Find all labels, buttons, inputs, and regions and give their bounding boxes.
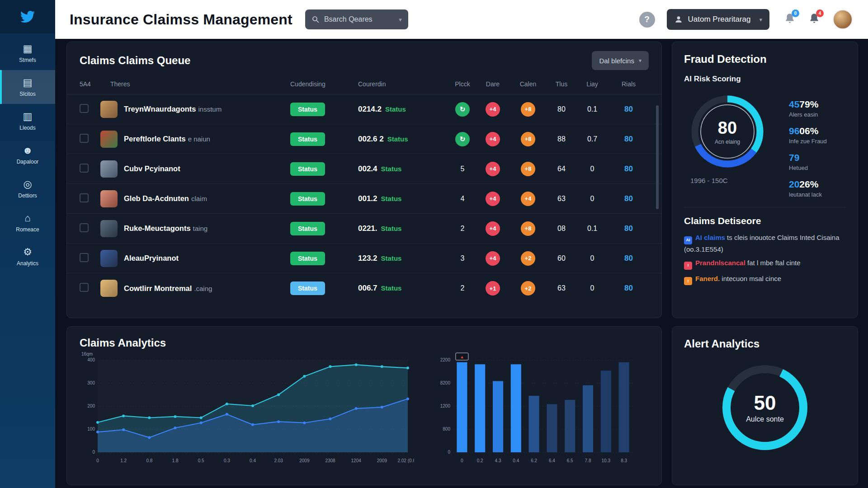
insight-text: fat l mbe ftal cinte (747, 259, 801, 267)
svg-text:4.3: 4.3 (495, 458, 501, 463)
user-menu-label: Uatom Prearitarag (688, 15, 751, 24)
svg-text:1204: 1204 (351, 458, 362, 463)
table-row[interactable]: Gleb Da-Acdnutenclaim Status 001.2Status… (67, 184, 661, 214)
table-row[interactable]: Ruke-Meuctagontstaing Status 0221.Status… (67, 214, 661, 244)
liay-value: 0 (576, 165, 609, 173)
alert-analytics-title: Alert Analytics (684, 338, 846, 350)
status-badge: Status (290, 222, 325, 235)
sidebar-item-analytics[interactable]: ⚙ Analytics (0, 239, 55, 273)
row-checkbox[interactable] (80, 164, 89, 173)
stat-accent: 20 (789, 179, 799, 189)
calen-badge: +4 (521, 192, 535, 206)
svg-text:0: 0 (92, 450, 95, 455)
user-menu[interactable]: Uatom Prearitarag ▾ (667, 9, 769, 30)
svg-text:1.2: 1.2 (120, 458, 127, 463)
insight-item[interactable]: AIAI claims ts cleis inouotce Claims Int… (684, 233, 846, 254)
claimant-avatar (100, 250, 118, 267)
tlus-value: 88 (547, 135, 576, 143)
help-button[interactable]: ? (639, 12, 655, 28)
dare-badge: +4 (486, 162, 500, 176)
table-header: 5A4 Theres Cudendising Courerdin Plcck D… (67, 74, 661, 94)
twitter-logo[interactable] (0, 0, 55, 33)
twitter-bird-icon (19, 9, 36, 24)
liay-value: 0.1 (576, 225, 609, 233)
sidebar-item-romeace[interactable]: ⌂ Romeace (0, 206, 55, 239)
content: Claims Claims Queue Dal blefcins ▾ 5A4 T… (55, 39, 868, 488)
calen-badge: +8 (521, 132, 535, 146)
svg-text:1.8: 1.8 (172, 458, 179, 463)
insight-icon: ! (684, 277, 692, 285)
table-row[interactable]: Cubv Pcyinanot Status 002.4Status 5 +4 +… (67, 154, 661, 184)
sidebar-item-dapaloor[interactable]: ☻ Dapaloor (0, 138, 55, 172)
rials-value: 80 (609, 284, 649, 293)
table-scrollbar[interactable] (656, 105, 659, 209)
status-badge: Status (290, 252, 325, 265)
dare-badge: +4 (486, 132, 500, 146)
stat-rest: 06% (799, 126, 818, 136)
claimant-avatar (100, 160, 118, 178)
insight-icon: AI (684, 236, 692, 244)
insight-item[interactable]: !Prandnlscancal fat l mbe ftal cinte (684, 258, 846, 270)
svg-text:300: 300 (87, 380, 95, 385)
rials-value: 80 (609, 254, 649, 263)
sidebar: ▦ Stmefs ▤ Slcitos ▥ Lleods ☻ Dapaloor ◎… (0, 0, 55, 488)
plcck-cell: 4 (448, 195, 476, 203)
alerts-button[interactable]: 4 (808, 13, 820, 26)
calen-badge: +2 (521, 251, 535, 266)
svg-text:2009: 2009 (299, 458, 310, 463)
row-checkbox[interactable] (80, 283, 89, 292)
plcck-cell: ↻ (448, 102, 476, 117)
stat-accent: 79 (789, 152, 799, 163)
claimant-name: TreynWnaurdagonts (124, 105, 196, 113)
claimant-name-suffix: e naiun (188, 135, 210, 143)
svg-text:6.4: 6.4 (549, 458, 555, 463)
gear-icon: ⚙ (23, 247, 32, 257)
stat-accent: 96 (789, 126, 799, 136)
queue-filter-dropdown[interactable]: Dal blefcins ▾ (592, 51, 649, 70)
user-avatar[interactable] (833, 9, 853, 29)
claims-queue-panel: Claims Claims Queue Dal blefcins ▾ 5A4 T… (66, 42, 662, 318)
fraud-detection-title: Fraud Detection (684, 53, 846, 66)
search-input[interactable]: Bsarch Qeares ▾ (305, 9, 408, 29)
row-checkbox[interactable] (80, 253, 89, 262)
claimant-name-suffix: claim (191, 195, 207, 202)
table-row[interactable]: Pereftlorle Clantse naiun Status 002.6 2… (67, 124, 661, 154)
svg-text:0: 0 (461, 458, 463, 463)
stat-label: Infe zue Fraud (789, 138, 846, 145)
table-row[interactable]: TreynWnaurdagontsinsstum Status 0214.2St… (67, 94, 661, 124)
claimant-name: Cowtlirr Montremal (124, 284, 192, 292)
notifications-button[interactable]: 0 (784, 13, 796, 26)
svg-text:0.8: 0.8 (146, 458, 152, 463)
risk-score-label: Acn elaing (715, 139, 740, 145)
plcck-cell: 2 (448, 284, 476, 292)
sidebar-item-dettiors[interactable]: ◎ Dettiors (0, 172, 55, 206)
fraud-detection-panel: Fraud Detection AI Risk Scoring 80 Acn e… (672, 42, 858, 318)
target-icon: ◎ (23, 179, 32, 189)
row-checkbox[interactable] (80, 104, 89, 113)
sidebar-item-slcitos[interactable]: ▤ Slcitos (0, 70, 55, 104)
status-badge: Status (290, 162, 325, 176)
claim-status-tag: Status (381, 165, 402, 173)
insight-item[interactable]: !Fanerd. intecuon msal cince (684, 274, 846, 286)
claimant-avatar (100, 280, 118, 297)
row-checkbox[interactable] (80, 223, 89, 232)
sidebar-item-stmefs[interactable]: ▦ Stmefs (0, 36, 55, 70)
row-checkbox[interactable] (80, 193, 89, 202)
table-row[interactable]: AleauPryinanot Status 123.2Status 3 +4 +… (67, 244, 661, 273)
claimant-avatar (100, 101, 118, 118)
fraud-stat: 2026% leutanat lack (789, 179, 846, 198)
table-row[interactable]: Cowtlirr Montremal.caing Status 006.7Sta… (67, 273, 661, 303)
rials-value: 80 (609, 224, 649, 233)
calen-badge: +2 (521, 281, 535, 296)
fraud-stats: 4579% Alers easin 9606% Infe zue Fraud 7… (789, 99, 846, 198)
sidebar-item-lleods[interactable]: ▥ Lleods (0, 104, 55, 138)
alert-donut-label: Aulce sonte (746, 415, 784, 423)
svg-text:0.4: 0.4 (250, 458, 256, 463)
row-checkbox[interactable] (80, 134, 89, 143)
stat-label: Hetued (789, 164, 846, 171)
claimant-name-suffix: .caing (194, 285, 212, 292)
header: Insurance Claimss Management Bsarch Qear… (55, 0, 868, 39)
chevron-down-icon: ▾ (759, 16, 762, 23)
fraud-stat: 4579% Alers easin (789, 99, 846, 118)
svg-text:6.2: 6.2 (531, 458, 537, 463)
